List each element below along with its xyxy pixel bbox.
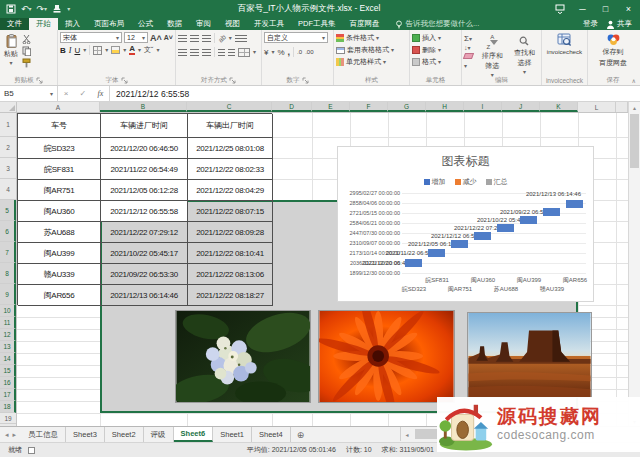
grow-font-icon[interactable]: A˄ xyxy=(150,33,162,43)
copy-icon[interactable] xyxy=(22,46,31,56)
insert-cells-button[interactable]: 插入▾ xyxy=(412,32,459,44)
font-size-select[interactable]: 12▾ xyxy=(124,32,148,43)
italic-button[interactable]: I xyxy=(69,46,72,55)
cell-A3[interactable]: 皖SF831 xyxy=(18,159,101,180)
tab-home[interactable]: 开始 xyxy=(29,18,58,30)
tab-developer[interactable]: 开发工具 xyxy=(247,18,291,30)
fill-icon[interactable]: ↓▾ xyxy=(464,44,475,51)
merge-center-icon[interactable] xyxy=(238,48,250,57)
sheet-tab-active[interactable]: Sheet6 xyxy=(174,427,214,442)
cell-B6[interactable]: 2021/12/22 07:29:12 xyxy=(101,222,188,243)
align-middle-icon[interactable] xyxy=(190,35,199,42)
delete-cells-button[interactable]: 删除▾ xyxy=(412,44,459,56)
row-header[interactable]: 9 xyxy=(0,284,16,305)
tab-insert[interactable]: 插入 xyxy=(58,18,87,30)
stamp-addin-icon[interactable] xyxy=(52,4,62,14)
minimize-button[interactable]: ─ xyxy=(571,0,594,18)
column-header[interactable]: K xyxy=(540,102,578,112)
tab-page-layout[interactable]: 页面布局 xyxy=(87,18,131,30)
row-header[interactable]: 11 xyxy=(0,317,16,329)
new-sheet-icon[interactable]: ⊕ xyxy=(291,427,311,442)
tab-pdf-tools[interactable]: PDF工具集 xyxy=(291,18,343,30)
align-center-icon[interactable] xyxy=(190,49,199,56)
cell-styles-button[interactable]: 单元格样式▾ xyxy=(336,56,407,68)
align-left-icon[interactable] xyxy=(178,49,187,56)
row-header[interactable]: 12 xyxy=(0,329,16,341)
vertical-scrollbar[interactable]: ▴ ▾ xyxy=(628,102,640,426)
column-header[interactable]: F xyxy=(350,102,388,112)
tab-file[interactable]: 文件 xyxy=(0,18,29,30)
vertical-scroll-thumb[interactable] xyxy=(630,114,639,168)
cell-C6[interactable]: 2021/12/22 08:09:28 xyxy=(188,222,273,243)
cell-B3[interactable]: 2021/11/22 06:54:49 xyxy=(101,159,188,180)
row-header[interactable]: 17 xyxy=(0,389,16,401)
align-bottom-icon[interactable] xyxy=(202,35,211,42)
sheet-tab[interactable]: Sheet2 xyxy=(105,427,144,442)
sheet-tab[interactable]: Sheet4 xyxy=(252,427,291,442)
column-header[interactable]: I xyxy=(464,102,502,112)
align-top-icon[interactable] xyxy=(178,35,187,42)
format-painter-icon[interactable] xyxy=(22,58,31,68)
number-format-select[interactable]: 自定义▾ xyxy=(264,32,328,43)
embedded-chart[interactable]: 图表标题 增加 减少 汇总 2995/02/27 00:00:00 2858/0… xyxy=(337,146,594,302)
scroll-left-icon[interactable]: ◂ xyxy=(401,431,413,438)
column-header[interactable]: C xyxy=(187,102,272,112)
cell-A4[interactable]: 闽AR751 xyxy=(18,180,101,201)
wrap-text-icon[interactable] xyxy=(235,35,247,42)
table-header-cell[interactable]: 车号 xyxy=(18,114,101,138)
increase-indent-icon[interactable] xyxy=(228,49,235,56)
font-color-icon[interactable]: A xyxy=(129,45,135,55)
sheet-tab[interactable]: 评级 xyxy=(144,427,174,442)
cell-A2[interactable]: 皖SD323 xyxy=(18,138,101,159)
cell-A6[interactable]: 苏AU688 xyxy=(18,222,101,243)
tab-view[interactable]: 视图 xyxy=(218,18,247,30)
table-header-cell[interactable]: 车辆进厂时间 xyxy=(101,114,188,138)
cell-C5[interactable]: 2021/12/22 08:07:15 xyxy=(188,201,273,222)
comma-format-icon[interactable]: , xyxy=(288,47,291,57)
row-header[interactable]: 16 xyxy=(0,377,16,389)
column-header[interactable]: A xyxy=(17,102,100,112)
sheet-nav-right-icon[interactable]: ▸ xyxy=(13,431,17,439)
collapse-ribbon-icon[interactable]: ∧ xyxy=(632,77,636,84)
cell-C9[interactable]: 2021/12/22 08:18:27 xyxy=(188,285,273,306)
row-header[interactable]: 5 xyxy=(0,200,16,221)
name-box[interactable]: B5▾ xyxy=(0,86,58,101)
sheet-tab[interactable]: 员工信息 xyxy=(21,427,66,442)
row-header[interactable]: 19 xyxy=(0,413,16,424)
scroll-up-icon[interactable]: ▴ xyxy=(629,102,640,112)
bold-button[interactable]: B xyxy=(60,46,66,55)
photo-chrysanthemum[interactable] xyxy=(318,310,455,403)
row-header[interactable]: 4 xyxy=(0,179,16,200)
photo-monument-valley[interactable] xyxy=(467,312,592,398)
insert-function-icon[interactable]: fx xyxy=(98,89,104,98)
cell-B9[interactable]: 2021/12/13 06:14:46 xyxy=(101,285,188,306)
paste-button[interactable]: 粘贴▾ xyxy=(2,32,20,68)
cell-C7[interactable]: 2021/12/22 08:10:41 xyxy=(188,243,273,264)
sign-in-link[interactable]: 登录 xyxy=(583,19,598,29)
invoicecheck-button[interactable]: invoicecheck xyxy=(544,32,585,56)
restore-button[interactable]: □ xyxy=(594,0,617,18)
cut-icon[interactable] xyxy=(22,34,31,44)
row-header[interactable]: 14 xyxy=(0,353,16,365)
qat-customize-icon[interactable]: ▾ xyxy=(67,6,70,12)
formula-input[interactable]: 2021/12/12 6:55:58 xyxy=(110,86,640,101)
save-to-baidu-button[interactable]: 保存到 百度网盘 xyxy=(590,32,636,69)
tab-formulas[interactable]: 公式 xyxy=(131,18,160,30)
conditional-formatting-button[interactable]: 条件格式▾ xyxy=(336,32,407,44)
cell-A8[interactable]: 赣AU339 xyxy=(18,264,101,285)
autosum-icon[interactable]: Σ▾ xyxy=(464,34,475,43)
column-header[interactable]: J xyxy=(502,102,540,112)
tab-baidu-netdisk[interactable]: 百度网盘 xyxy=(343,18,387,30)
redo-icon[interactable]: ↷▾ xyxy=(37,4,48,14)
shrink-font-icon[interactable]: A˅ xyxy=(164,34,173,41)
underline-button[interactable]: U xyxy=(74,46,80,55)
cell-C3[interactable]: 2021/12/22 08:02:33 xyxy=(188,159,273,180)
cell-B8[interactable]: 2021/09/22 06:53:30 xyxy=(101,264,188,285)
decrease-indent-icon[interactable] xyxy=(218,49,225,56)
row-header[interactable]: 18 xyxy=(0,401,16,413)
cell-B4[interactable]: 2021/12/05 06:12:28 xyxy=(101,180,188,201)
orientation-icon[interactable]: ab xyxy=(217,33,227,43)
increase-decimal-icon[interactable]: .0 xyxy=(297,49,302,55)
decrease-decimal-icon[interactable]: .00 xyxy=(305,49,313,55)
align-right-icon[interactable] xyxy=(202,49,211,56)
